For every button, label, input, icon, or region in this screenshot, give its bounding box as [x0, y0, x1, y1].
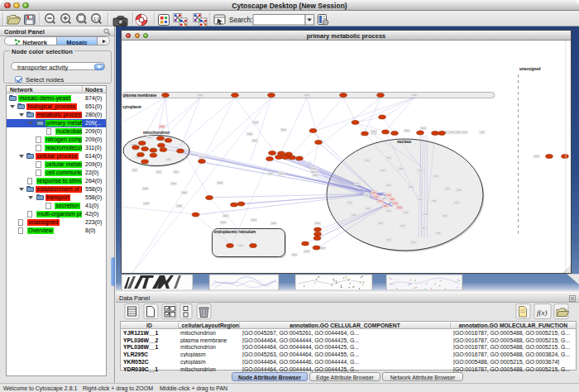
- svg-text:Search:: Search:: [229, 17, 252, 24]
- svg-text:endoplasmic reticulum: endoplasmic reticulum: [214, 230, 256, 234]
- svg-text:nucleus: nucleus: [397, 140, 412, 144]
- svg-text:f(x): f(x): [537, 308, 548, 317]
- svg-text:1:1: 1:1: [93, 17, 100, 22]
- svg-text:unassigned: unassigned: [519, 67, 541, 71]
- svg-text:cytoplasm: cytoplasm: [122, 105, 141, 109]
- svg-text:plasma membrane: plasma membrane: [123, 93, 157, 98]
